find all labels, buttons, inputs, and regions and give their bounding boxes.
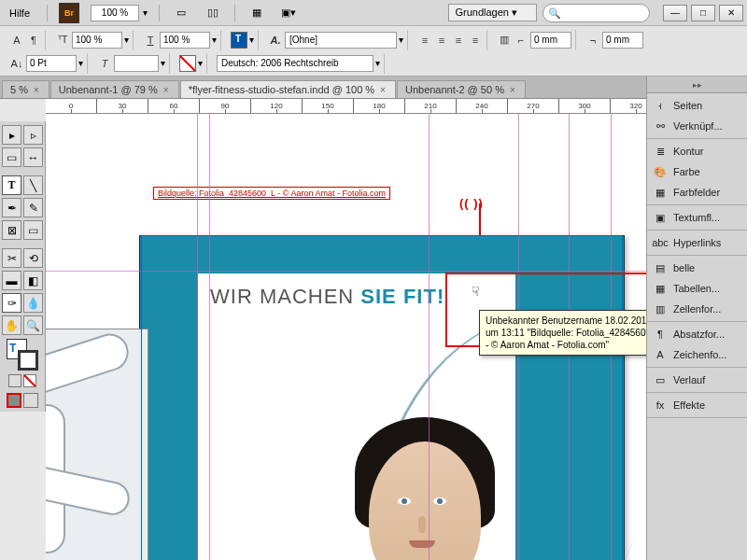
note-tool[interactable]: ✑ <box>2 293 21 313</box>
panel-label: Verknüpf... <box>673 120 723 132</box>
document-tab[interactable]: Unbenannt-1 @ 79 %× <box>50 80 179 98</box>
menu-help[interactable]: Hilfe <box>4 6 35 21</box>
panel-seiten[interactable]: ⫞Seiten <box>647 95 747 116</box>
close-tab-icon[interactable]: × <box>380 85 386 95</box>
panel-hyperlinks[interactable]: abcHyperlinks <box>647 232 747 253</box>
direct-select-tool[interactable]: ▹ <box>23 125 43 145</box>
ruler-tick: 180 <box>354 99 405 113</box>
scale-h-input[interactable] <box>160 32 210 49</box>
zoom-tool[interactable]: 🔍 <box>23 315 43 335</box>
document-tab[interactable]: *flyer-fitness-studio-stefan.indd @ 100 … <box>180 80 396 98</box>
panel-icon: A <box>653 348 668 361</box>
chevron-down-icon[interactable]: ▾ <box>249 35 254 45</box>
view-layout-icon[interactable]: ▭ <box>171 3 191 23</box>
zoom-control[interactable]: ▾ <box>91 5 148 21</box>
panel-kontur[interactable]: ≣Kontur <box>647 141 747 161</box>
stroke-none-swatch[interactable] <box>179 55 196 72</box>
para-mode-icon[interactable]: ¶ <box>26 33 41 48</box>
language-select[interactable] <box>217 55 374 72</box>
scissors-tool[interactable]: ✂ <box>2 248 21 268</box>
panel-collapse-button[interactable]: ▸▸ <box>647 77 747 93</box>
view-normal-button[interactable] <box>7 393 21 408</box>
char-style-select[interactable] <box>285 32 397 49</box>
image-source-caption[interactable]: Bildquelle: Fotolia_42845600_L - © Aaron… <box>153 187 390 200</box>
scale-h-icon: T <box>143 33 158 48</box>
chevron-down-icon[interactable]: ▾ <box>124 35 129 45</box>
panel-effekte[interactable]: fxEffekte <box>647 395 747 415</box>
panel-icon: abc <box>653 236 668 249</box>
minimize-button[interactable]: — <box>663 5 687 21</box>
panel-farbfelder[interactable]: ▦Farbfelder <box>647 182 747 203</box>
text-fill-swatch[interactable]: T <box>231 32 247 49</box>
pencil-tool[interactable]: ✎ <box>23 198 43 217</box>
maximize-button[interactable]: □ <box>691 5 715 21</box>
view-preview-button[interactable] <box>23 393 38 408</box>
skew-input[interactable] <box>114 55 159 72</box>
close-tab-icon[interactable]: × <box>163 85 169 95</box>
transform-tool[interactable]: ⟲ <box>23 248 43 268</box>
apply-none-button[interactable] <box>23 374 36 387</box>
selection-tool[interactable]: ▸ <box>2 125 21 145</box>
eyedropper-tool[interactable]: 💧 <box>23 293 43 313</box>
hand-tool[interactable]: ✋ <box>2 315 21 335</box>
inset-top-input[interactable] <box>530 32 571 49</box>
gradient-feather-tool[interactable]: ◧ <box>23 271 43 290</box>
zoom-input[interactable] <box>91 5 139 21</box>
screen-mode-icon[interactable]: ▣▾ <box>278 3 299 23</box>
gradient-tool[interactable]: ▬ <box>2 271 21 290</box>
columns-icon[interactable]: ▥ <box>497 33 512 48</box>
font-size-input[interactable] <box>72 32 122 49</box>
document-tab[interactable]: Unbenannt-2 @ 50 %× <box>397 80 526 98</box>
gap-tool[interactable]: ↔ <box>23 147 43 167</box>
panel-textumfl[interactable]: ▣Textumfl... <box>647 207 747 228</box>
align-bottom-icon[interactable]: ≡ <box>451 33 466 48</box>
canvas-area[interactable]: Bildquelle: Fotolia_42845600_L - © Aaron… <box>46 114 646 560</box>
bridge-button[interactable]: Br <box>59 3 79 23</box>
workspace-selector[interactable]: Grundlagen ▾ <box>448 4 537 21</box>
fill-stroke-control[interactable]: T <box>7 339 38 371</box>
map-fragment[interactable] <box>46 329 148 560</box>
page-tool[interactable]: ▭ <box>2 147 21 167</box>
panel-farbe[interactable]: 🎨Farbe <box>647 161 747 182</box>
chevron-down-icon[interactable]: ▾ <box>143 7 148 18</box>
panel-label: Tabellen... <box>673 283 720 294</box>
ruler-tick: 120 <box>251 99 303 113</box>
chevron-down-icon[interactable]: ▾ <box>161 58 165 68</box>
font-size-icon: ᵀT <box>55 33 70 48</box>
align-justify-icon[interactable]: ≡ <box>468 33 483 48</box>
panel-verknpf[interactable]: ⚯Verknüpf... <box>647 116 747 136</box>
panel-zellenfor[interactable]: ▥Zellenfor... <box>647 299 747 319</box>
control-bar: A ¶ ᵀT ▾ T ▾ T ▾ A. ▾ ≡ ≡ ≡ ≡ ▥ <box>0 26 747 77</box>
align-middle-icon[interactable]: ≡ <box>434 33 449 48</box>
chevron-down-icon[interactable]: ▾ <box>399 35 403 45</box>
rect-frame-tool[interactable]: ⊠ <box>2 220 21 240</box>
line-tool[interactable]: ╲ <box>23 175 43 195</box>
arrange-icon[interactable]: ▦ <box>247 3 267 23</box>
document-tab[interactable]: 5 %× <box>2 80 49 98</box>
panel-absatzfor[interactable]: ¶Absatzfor... <box>647 324 747 344</box>
close-tab-icon[interactable]: × <box>510 85 515 95</box>
panel-label: Farbfelder <box>673 187 720 198</box>
close-button[interactable]: ✕ <box>719 5 743 21</box>
pen-tool[interactable]: ✒ <box>2 198 21 217</box>
panel-tabellen[interactable]: ▦Tabellen... <box>647 278 747 299</box>
inset-right-icon: ¬ <box>585 33 600 48</box>
chevron-down-icon[interactable]: ▾ <box>212 35 217 45</box>
close-tab-icon[interactable]: × <box>34 85 39 95</box>
chevron-down-icon[interactable]: ▾ <box>375 58 380 68</box>
type-tool[interactable]: T <box>2 175 21 195</box>
char-mode-icon[interactable]: A <box>9 33 24 48</box>
inset-right-input[interactable] <box>602 32 643 49</box>
baseline-icon: A↓ <box>9 56 24 71</box>
panel-zeichenfo[interactable]: AZeichenfo... <box>647 344 747 365</box>
align-top-icon[interactable]: ≡ <box>417 33 432 48</box>
view-layout2-icon[interactable]: ▯▯ <box>203 3 223 23</box>
stroke-swatch[interactable] <box>18 350 38 371</box>
chevron-down-icon[interactable]: ▾ <box>78 58 83 68</box>
rect-tool[interactable]: ▭ <box>23 220 43 240</box>
panel-verlauf[interactable]: ▭Verlauf <box>647 370 747 390</box>
chevron-down-icon[interactable]: ▾ <box>198 58 203 68</box>
panel-belle[interactable]: ▤belle <box>647 258 747 278</box>
apply-fill-button[interactable] <box>8 374 21 387</box>
baseline-input[interactable] <box>26 55 77 72</box>
